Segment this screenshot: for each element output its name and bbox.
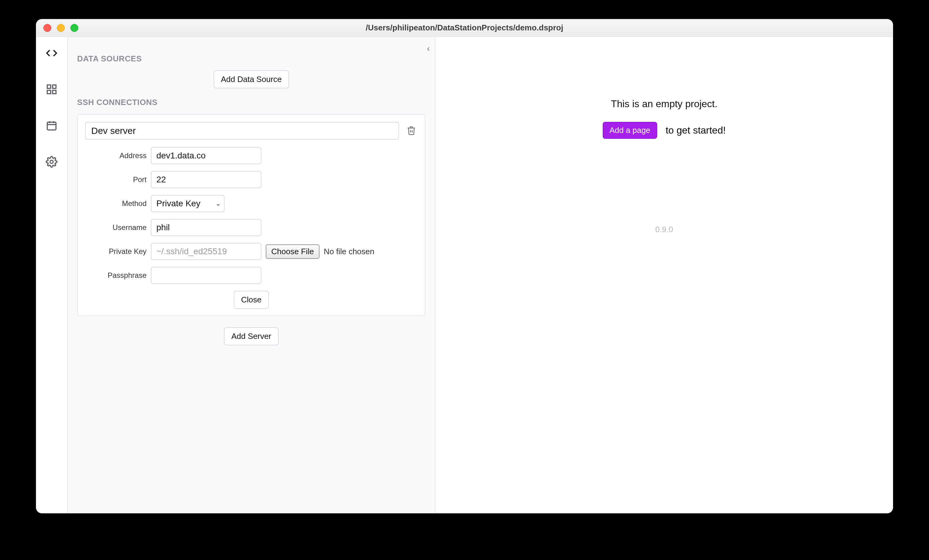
no-file-chosen-text: No file chosen xyxy=(324,247,374,256)
method-select[interactable]: Private Key xyxy=(151,195,225,212)
nav-code[interactable] xyxy=(44,46,59,61)
settings-icon xyxy=(46,156,57,168)
nav-rail xyxy=(36,37,68,513)
collapse-panel-button[interactable]: ‹ xyxy=(427,44,430,54)
private-key-path-input[interactable] xyxy=(151,243,261,260)
main-panel: This is an empty project. Add a page to … xyxy=(435,37,893,513)
delete-server-button[interactable] xyxy=(405,125,417,137)
trash-icon xyxy=(406,125,416,136)
address-input[interactable] xyxy=(151,147,261,164)
add-data-source-button[interactable]: Add Data Source xyxy=(213,70,289,89)
private-key-label: Private Key xyxy=(85,247,147,256)
passphrase-input[interactable] xyxy=(151,267,261,284)
close-window-button[interactable] xyxy=(43,24,51,32)
username-input[interactable] xyxy=(151,219,261,236)
choose-file-button[interactable]: Choose File xyxy=(266,244,319,259)
zoom-window-button[interactable] xyxy=(71,24,78,32)
calendar-icon xyxy=(46,120,57,132)
server-name-input[interactable] xyxy=(85,122,399,140)
method-label: Method xyxy=(85,199,147,208)
get-started-text: to get started! xyxy=(666,125,726,136)
nav-dashboard[interactable] xyxy=(44,82,59,97)
port-input[interactable] xyxy=(151,171,261,188)
username-label: Username xyxy=(85,223,147,232)
app-window: /Users/philipeaton/DataStationProjects/d… xyxy=(36,19,893,513)
svg-rect-1 xyxy=(52,85,56,88)
svg-rect-2 xyxy=(47,90,51,93)
titlebar: /Users/philipeaton/DataStationProjects/d… xyxy=(36,19,893,37)
address-label: Address xyxy=(85,151,147,160)
svg-rect-3 xyxy=(52,90,56,93)
dashboard-icon xyxy=(46,84,57,96)
minimize-window-button[interactable] xyxy=(57,24,65,32)
window-title: /Users/philipeaton/DataStationProjects/d… xyxy=(366,23,563,32)
svg-rect-0 xyxy=(47,85,51,88)
passphrase-label: Passphrase xyxy=(85,271,147,280)
data-sources-heading: DATA SOURCES xyxy=(77,54,426,64)
add-server-button[interactable]: Add Server xyxy=(224,327,279,346)
config-panel: ‹ DATA SOURCES Add Data Source SSH CONNE… xyxy=(68,37,435,513)
ssh-server-card: Address Port Method Private Key ⌄ xyxy=(77,114,426,316)
chevron-left-icon: ‹ xyxy=(427,44,430,53)
svg-point-8 xyxy=(50,160,53,163)
add-page-button[interactable]: Add a page xyxy=(603,122,657,139)
ssh-connections-heading: SSH CONNECTIONS xyxy=(77,98,426,107)
code-icon xyxy=(46,47,57,60)
window-controls xyxy=(43,24,78,32)
empty-project-message: This is an empty project. xyxy=(611,98,717,110)
svg-rect-4 xyxy=(47,122,56,130)
version-label: 0.9.0 xyxy=(655,225,673,234)
close-card-button[interactable]: Close xyxy=(234,291,269,309)
nav-scheduler[interactable] xyxy=(44,118,59,133)
port-label: Port xyxy=(85,175,147,184)
nav-settings[interactable] xyxy=(44,155,59,170)
